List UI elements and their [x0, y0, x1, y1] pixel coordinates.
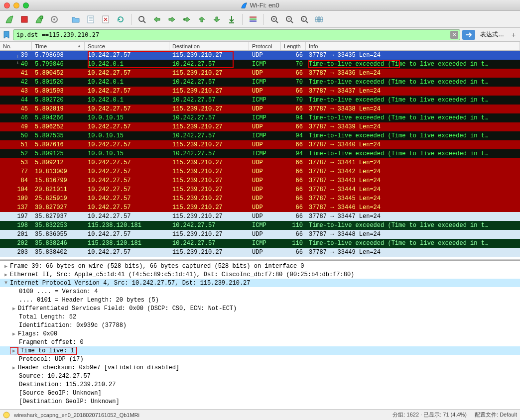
- expression-button[interactable]: 表达式…: [477, 30, 507, 40]
- toolbar-separator: [242, 14, 243, 25]
- packet-row[interactable]: 20335.83840210.242.27.57115.239.210.27UD…: [0, 248, 520, 257]
- capture-options-button[interactable]: [48, 13, 61, 26]
- reload-button[interactable]: [114, 13, 127, 26]
- expand-icon[interactable]: ▶: [10, 365, 18, 371]
- go-last-button[interactable]: [210, 13, 223, 26]
- sharkfin-icon: [241, 2, 248, 9]
- packet-row[interactable]: 455.80281910.242.27.57115.239.210.27UDP6…: [0, 105, 520, 113]
- main-toolbar: 1: [0, 11, 520, 28]
- packet-row[interactable]: 435.80159310.242.27.57115.239.210.27UDP6…: [0, 87, 520, 96]
- packet-row[interactable]: 495.80625210.242.27.57115.239.210.27UDP6…: [0, 122, 520, 131]
- minimize-button[interactable]: [13, 2, 19, 8]
- packet-row[interactable]: 515.80761610.242.27.57115.239.210.27UDP6…: [0, 140, 520, 149]
- svg-point-9: [139, 16, 144, 21]
- close-file-button[interactable]: [99, 13, 112, 26]
- packet-row[interactable]: 535.80921210.242.27.57115.239.210.27UDP6…: [0, 158, 520, 167]
- column-no[interactable]: No.: [0, 42, 32, 50]
- svg-point-26: [3, 412, 9, 418]
- column-source[interactable]: Source: [85, 42, 169, 50]
- detail-ip-dst[interactable]: Destination: 115.239.210.27: [0, 380, 520, 389]
- detail-frame[interactable]: ▶Frame 39: 66 bytes on wire (528 bits), …: [0, 262, 520, 270]
- svg-line-21: [291, 21, 293, 23]
- restart-capture-button[interactable]: [33, 13, 46, 26]
- detail-ip-protocol[interactable]: Protocol: UDP (17): [0, 355, 520, 363]
- expand-icon[interactable]: ▶: [10, 306, 18, 312]
- close-button[interactable]: [4, 2, 10, 8]
- column-protocol[interactable]: Protocol: [249, 42, 281, 50]
- svg-line-24: [306, 21, 308, 23]
- status-profile[interactable]: 配置文件: Default: [475, 411, 517, 419]
- packet-row[interactable]: 13730.82702710.242.27.57115.239.210.27UD…: [0, 203, 520, 212]
- packet-row[interactable]: ┌395.79869810.242.27.57115.239.210.27UDP…: [0, 51, 520, 60]
- detail-ip-version[interactable]: 0100 .... = Version: 4: [0, 287, 520, 296]
- zoom-reset-button[interactable]: 1: [298, 13, 311, 26]
- packet-row[interactable]: └405.79984610.242.0.110.242.27.57ICMP70T…: [0, 60, 520, 69]
- packet-row[interactable]: 505.80753510.0.10.1510.242.27.57ICMP94Ti…: [0, 131, 520, 140]
- maximize-button[interactable]: [23, 2, 29, 8]
- packet-list[interactable]: ┌395.79869810.242.27.57115.239.210.27UDP…: [0, 51, 520, 259]
- go-first-button[interactable]: [195, 13, 208, 26]
- expand-icon[interactable]: ▶: [2, 272, 10, 278]
- detail-ethernet[interactable]: ▶Ethernet II, Src: Apple_c5:1d:41 (f4:5c…: [0, 270, 520, 279]
- open-file-button[interactable]: [69, 13, 82, 26]
- status-filename: wireshark_pcapng_en0_20180207161052_Qb1M…: [14, 412, 389, 418]
- start-capture-button[interactable]: [3, 13, 16, 26]
- packet-row[interactable]: 20235.838246115.238.120.18110.242.27.57I…: [0, 239, 520, 248]
- packet-row[interactable]: 8415.81679910.242.27.57115.239.210.27UDP…: [0, 176, 520, 185]
- detail-ip-totallen[interactable]: Total Length: 52: [0, 313, 520, 321]
- detail-ip-flags[interactable]: ▶Flags: 0x00: [0, 329, 520, 338]
- packet-row[interactable]: 19735.82793710.242.27.57115.239.210.27UD…: [0, 212, 520, 221]
- detail-ip[interactable]: ▼Internet Protocol Version 4, Src: 10.24…: [0, 279, 520, 287]
- go-next-button[interactable]: [165, 13, 178, 26]
- column-time[interactable]: Time▲: [32, 42, 85, 50]
- zoom-out-button[interactable]: [283, 13, 296, 26]
- packet-row[interactable]: 465.80426610.0.10.1510.242.27.57ICMP94Ti…: [0, 113, 520, 122]
- save-file-button[interactable]: [84, 13, 97, 26]
- autoscroll-button[interactable]: [225, 13, 238, 26]
- detail-ip-src[interactable]: Source: 10.242.27.57: [0, 372, 520, 380]
- display-filter-input[interactable]: [13, 29, 460, 40]
- window-controls: [4, 2, 29, 8]
- packet-row[interactable]: 7710.81300910.242.27.57115.239.210.27UDP…: [0, 167, 520, 176]
- collapse-icon[interactable]: ▼: [2, 280, 10, 286]
- detail-ip-dsfield[interactable]: ▶Differentiated Services Field: 0x00 (DS…: [0, 304, 520, 313]
- packet-details[interactable]: ▶Frame 39: 66 bytes on wire (528 bits), …: [0, 261, 520, 409]
- packet-row[interactable]: 10420.82101110.242.27.57115.239.210.27UD…: [0, 185, 520, 194]
- zoom-in-button[interactable]: [268, 13, 281, 26]
- colorize-button[interactable]: [247, 13, 260, 26]
- column-info[interactable]: Info: [306, 42, 520, 50]
- find-button[interactable]: [135, 13, 148, 26]
- add-filter-button[interactable]: +: [509, 30, 518, 39]
- expert-info-button[interactable]: [3, 412, 10, 419]
- column-destination[interactable]: Destination: [169, 42, 249, 50]
- expand-icon[interactable]: ▶: [10, 347, 18, 354]
- packet-row[interactable]: 425.80152010.242.0.110.242.27.57ICMP70Ti…: [0, 78, 520, 87]
- expand-icon[interactable]: ▶: [10, 331, 18, 337]
- detail-ip-srcgeo[interactable]: [Source GeoIP: Unknown]: [0, 389, 520, 397]
- clear-filter-button[interactable]: ✕: [450, 31, 458, 39]
- packet-row[interactable]: 19835.832253115.238.120.18110.242.27.57I…: [0, 221, 520, 230]
- resize-columns-button[interactable]: [313, 13, 326, 26]
- detail-ip-dstgeo[interactable]: [Destination GeoIP: Unknown]: [0, 397, 520, 406]
- packet-row[interactable]: 10925.82591910.242.27.57115.239.210.27UD…: [0, 194, 520, 203]
- detail-ip-checksum[interactable]: ▶Header checksum: 0xb9e7 [validation dis…: [0, 363, 520, 372]
- svg-rect-4: [88, 16, 94, 23]
- bookmark-icon[interactable]: [2, 30, 11, 40]
- svg-point-3: [53, 18, 55, 20]
- detail-ip-fragoffset[interactable]: Fragment offset: 0: [0, 338, 520, 346]
- packet-row[interactable]: 415.80045210.242.27.57115.239.210.27UDP6…: [0, 69, 520, 78]
- expand-icon[interactable]: ▶: [2, 263, 10, 269]
- go-jump-button[interactable]: [180, 13, 193, 26]
- go-prev-button[interactable]: [150, 13, 163, 26]
- svg-point-11: [183, 18, 185, 20]
- column-length[interactable]: Length: [281, 42, 306, 50]
- detail-ip-ttl[interactable]: ▶Time to live: 1: [0, 346, 520, 355]
- packet-row[interactable]: 445.80272010.242.0.110.242.27.57ICMP70Ti…: [0, 96, 520, 105]
- detail-ip-id[interactable]: Identification: 0x939c (37788): [0, 321, 520, 329]
- detail-ip-hdrlen[interactable]: .... 0101 = Header Length: 20 bytes (5): [0, 296, 520, 304]
- stop-capture-button[interactable]: [18, 13, 31, 26]
- packet-row[interactable]: 525.80912510.0.10.1510.242.27.57ICMP94Ti…: [0, 149, 520, 158]
- window-title: Wi-Fi: en0: [29, 1, 491, 9]
- apply-filter-button[interactable]: [462, 30, 475, 40]
- packet-row[interactable]: 20135.83605510.242.27.57115.239.210.27UD…: [0, 230, 520, 239]
